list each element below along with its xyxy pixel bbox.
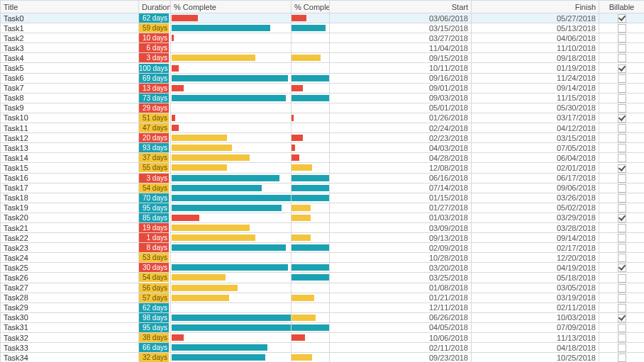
cell-title[interactable]: Task3 [1, 43, 139, 53]
billable-checkbox[interactable] [618, 104, 626, 113]
table-row[interactable]: Task2530 days03/20/201804/19/2018 [1, 263, 645, 273]
billable-checkbox[interactable] [618, 264, 626, 272]
billable-checkbox[interactable] [618, 164, 626, 173]
billable-checkbox[interactable] [618, 204, 626, 213]
cell-title[interactable]: Task33 [1, 343, 139, 353]
billable-checkbox[interactable] [618, 324, 626, 332]
billable-checkbox[interactable] [618, 353, 626, 362]
table-row[interactable]: Task2654 days03/25/201805/18/2018 [1, 273, 645, 283]
billable-checkbox[interactable] [618, 304, 626, 312]
cell-title[interactable]: Task13 [1, 143, 139, 153]
table-row[interactable]: Task238 days02/09/201802/17/2018 [1, 243, 645, 253]
table-row[interactable]: Task2857 days01/21/201803/19/2018 [1, 293, 645, 302]
cell-title[interactable]: Task28 [1, 293, 139, 302]
billable-checkbox[interactable] [618, 334, 626, 342]
billable-checkbox[interactable] [618, 174, 626, 183]
table-row[interactable]: Task1147 days02/24/201804/12/2018 [1, 123, 645, 133]
billable-checkbox[interactable] [618, 294, 626, 302]
cell-title[interactable]: Task0 [1, 13, 139, 23]
cell-title[interactable]: Task30 [1, 312, 139, 322]
cell-title[interactable]: Task11 [1, 123, 139, 133]
billable-checkbox[interactable] [618, 254, 626, 262]
cell-title[interactable]: Task26 [1, 273, 139, 283]
table-row[interactable]: Task210 days03/27/201804/06/2018 [1, 33, 645, 43]
billable-checkbox[interactable] [618, 244, 626, 252]
billable-checkbox[interactable] [618, 34, 626, 43]
cell-title[interactable]: Task8 [1, 93, 139, 103]
table-row[interactable]: Task3195 days04/05/201807/09/2018 [1, 322, 645, 332]
cell-title[interactable]: Task15 [1, 163, 139, 173]
table-row[interactable]: Task1870 days01/15/201803/26/2018 [1, 193, 645, 203]
cell-title[interactable]: Task9 [1, 103, 139, 113]
table-row[interactable]: Task713 days09/01/201809/14/2018 [1, 83, 645, 93]
table-row[interactable]: Task5100 days10/11/201801/19/2018 [1, 63, 645, 73]
cell-title[interactable]: Task29 [1, 302, 139, 312]
cell-title[interactable]: Task31 [1, 322, 139, 332]
table-row[interactable]: Task669 days09/16/201811/24/2018 [1, 73, 645, 83]
cell-title[interactable]: Task22 [1, 233, 139, 243]
col-billable[interactable]: Billable [599, 1, 645, 13]
billable-checkbox[interactable] [618, 74, 626, 83]
cell-title[interactable]: Task7 [1, 83, 139, 93]
table-row[interactable]: Task2085 days01/03/201803/29/2018 [1, 213, 645, 222]
cell-title[interactable]: Task24 [1, 253, 139, 263]
cell-title[interactable]: Task18 [1, 193, 139, 203]
table-row[interactable]: Task2119 days03/09/201803/28/2018 [1, 222, 645, 232]
cell-title[interactable]: Task6 [1, 73, 139, 83]
cell-title[interactable]: Task14 [1, 153, 139, 163]
cell-title[interactable]: Task1 [1, 23, 139, 33]
billable-checkbox[interactable] [618, 64, 626, 73]
table-row[interactable]: Task1995 days01/27/201805/02/2018 [1, 203, 645, 213]
cell-title[interactable]: Task21 [1, 222, 139, 232]
col-start[interactable]: Start [330, 1, 472, 13]
table-row[interactable]: Task3238 days10/06/201811/13/2018 [1, 333, 645, 343]
billable-checkbox[interactable] [618, 134, 626, 142]
billable-checkbox[interactable] [618, 124, 626, 132]
billable-checkbox[interactable] [618, 314, 626, 322]
table-row[interactable]: Task1051 days01/26/201803/17/2018 [1, 113, 645, 123]
cell-title[interactable]: Task12 [1, 133, 139, 143]
billable-checkbox[interactable] [618, 44, 626, 52]
billable-checkbox[interactable] [618, 54, 626, 62]
table-row[interactable]: Task2756 days01/08/201803/05/2018 [1, 283, 645, 293]
table-row[interactable]: Task3098 days06/26/201810/03/2018 [1, 312, 645, 322]
table-row[interactable]: Task2453 days10/28/201812/20/2018 [1, 253, 645, 263]
col-finish[interactable]: Finish [472, 1, 599, 13]
cell-title[interactable]: Task27 [1, 283, 139, 293]
cell-title[interactable]: Task5 [1, 63, 139, 73]
cell-title[interactable]: Task2 [1, 33, 139, 43]
col-duration[interactable]: Duration [139, 1, 171, 13]
billable-checkbox[interactable] [618, 224, 626, 232]
col-pc-bar[interactable]: % Complete [171, 1, 292, 13]
cell-title[interactable]: Task4 [1, 53, 139, 63]
cell-title[interactable]: Task20 [1, 213, 139, 222]
billable-checkbox[interactable] [618, 154, 626, 162]
col-pc-mini[interactable]: % Complete [292, 1, 330, 13]
table-row[interactable]: Task1437 days04/28/201806/04/2018 [1, 153, 645, 163]
col-title[interactable]: Title [1, 1, 139, 13]
billable-checkbox[interactable] [618, 24, 626, 33]
table-row[interactable]: Task1754 days07/14/201809/06/2018 [1, 183, 645, 193]
cell-title[interactable]: Task17 [1, 183, 139, 193]
table-row[interactable]: Task929 days05/01/201805/30/2018 [1, 103, 645, 113]
billable-checkbox[interactable] [618, 214, 626, 222]
table-row[interactable]: Task873 days09/03/201811/15/2018 [1, 93, 645, 103]
table-row[interactable]: Task43 days09/15/201809/18/2018 [1, 53, 645, 63]
cell-title[interactable]: Task23 [1, 243, 139, 253]
table-row[interactable]: Task2962 days12/11/201802/11/2018 [1, 302, 645, 312]
billable-checkbox[interactable] [618, 94, 626, 103]
cell-title[interactable]: Task25 [1, 263, 139, 273]
table-row[interactable]: Task1393 days04/03/201807/05/2018 [1, 143, 645, 153]
billable-checkbox[interactable] [618, 274, 626, 283]
cell-title[interactable]: Task16 [1, 173, 139, 183]
table-row[interactable]: Task163 days06/16/201806/17/2018 [1, 173, 645, 183]
billable-checkbox[interactable] [618, 14, 626, 23]
billable-checkbox[interactable] [618, 184, 626, 193]
cell-title[interactable]: Task10 [1, 113, 139, 123]
billable-checkbox[interactable] [618, 84, 626, 93]
billable-checkbox[interactable] [618, 194, 626, 203]
table-row[interactable]: Task36 days11/04/201811/10/2018 [1, 43, 645, 53]
cell-title[interactable]: Task32 [1, 333, 139, 343]
billable-checkbox[interactable] [618, 114, 626, 123]
table-row[interactable]: Task1555 days12/08/201802/01/2018 [1, 163, 645, 173]
